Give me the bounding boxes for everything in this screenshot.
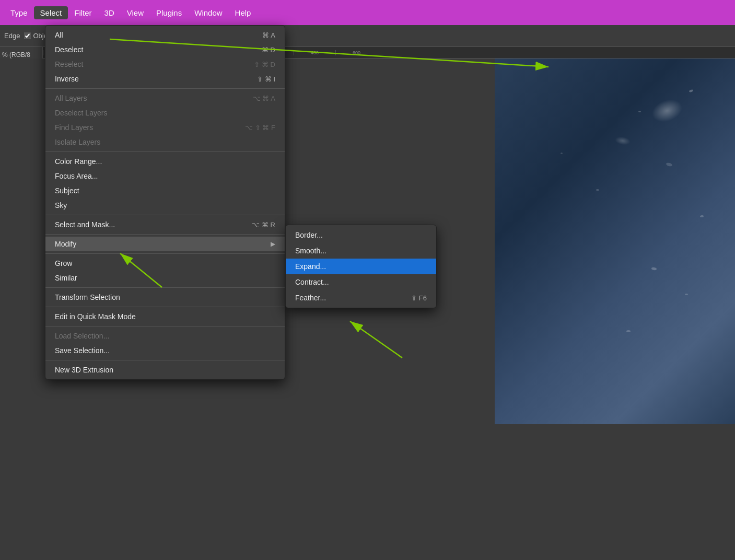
menu-item-deselect-shortcut: ⌘ D (262, 46, 275, 54)
separator-6 (45, 287, 285, 288)
menu-item-grow-label: Grow (55, 259, 72, 267)
menu-item-load-selection-label: Load Selection... (55, 332, 109, 340)
menu-item-deselect-layers: Deselect Layers (45, 106, 285, 120)
submenu-item-feather-label: Feather... (295, 294, 326, 302)
menu-item-modify[interactable]: Modify ▶ (45, 237, 285, 251)
menu-item-reselect-shortcut: ⇧ ⌘ D (254, 61, 275, 68)
menubar-item-select[interactable]: Select (34, 6, 68, 19)
menu-item-color-range-label: Color Range... (55, 157, 102, 166)
submenu-item-feather-shortcut: ⇧ F6 (411, 294, 427, 302)
menu-item-all-label: All (55, 31, 63, 39)
submenu-item-expand-label: Expand... (295, 262, 326, 271)
menu-item-all-layers-label: All Layers (55, 94, 87, 102)
menubar: Type Select Filter 3D View Plugins Windo… (0, 0, 735, 25)
menu-item-inverse-label: Inverse (55, 75, 79, 83)
menu-item-deselect-label: Deselect (55, 45, 83, 54)
menu-item-transform-selection-label: Transform Selection (55, 293, 120, 301)
separator-3 (45, 215, 285, 215)
menu-item-load-selection: Load Selection... (45, 329, 285, 343)
menubar-item-window[interactable]: Window (188, 6, 228, 19)
separator-4 (45, 234, 285, 235)
menu-item-sky-label: Sky (55, 201, 67, 209)
menu-item-select-and-mask-shortcut: ⌥ ⌘ R (252, 221, 275, 229)
menu-item-new-3d-extrusion[interactable]: New 3D Extrusion (45, 363, 285, 377)
menubar-item-view[interactable]: View (121, 6, 150, 19)
menu-item-similar-label: Similar (55, 274, 77, 282)
menu-item-isolate-layers-label: Isolate Layers (55, 138, 100, 146)
separator-1 (45, 88, 285, 89)
menu-item-find-layers-label: Find Layers (55, 123, 93, 132)
menu-item-all-layers-shortcut: ⌥ ⌘ A (253, 95, 275, 102)
menubar-item-type[interactable]: Type (4, 6, 34, 19)
menu-item-isolate-layers: Isolate Layers (45, 135, 285, 149)
menu-item-deselect-layers-label: Deselect Layers (55, 109, 107, 117)
menubar-item-filter[interactable]: Filter (68, 6, 98, 19)
menu-item-all-layers: All Layers ⌥ ⌘ A (45, 91, 285, 106)
ruler-tick-7: 600 (335, 50, 377, 55)
menu-item-sky[interactable]: Sky (45, 198, 285, 213)
menu-item-reselect: Reselect ⇧ ⌘ D (45, 57, 285, 72)
submenu-item-contract-label: Contract... (295, 278, 329, 286)
menu-item-modify-label: Modify (55, 240, 76, 248)
separator-9 (45, 360, 285, 360)
submenu-item-border-label: Border... (295, 231, 323, 239)
menu-item-all[interactable]: All ⌘ A (45, 28, 285, 42)
image-preview (495, 59, 735, 424)
separator-5 (45, 253, 285, 254)
menu-item-grow[interactable]: Grow (45, 256, 285, 271)
info-label: % (RGB/8 (2, 51, 30, 59)
menu-item-select-and-mask[interactable]: Select and Mask... ⌥ ⌘ R (45, 217, 285, 232)
menu-item-subject[interactable]: Subject (45, 183, 285, 198)
menubar-item-3d[interactable]: 3D (98, 6, 121, 19)
submenu-item-feather[interactable]: Feather... ⇧ F6 (286, 290, 436, 306)
menubar-item-plugins[interactable]: Plugins (150, 6, 188, 19)
separator-8 (45, 326, 285, 326)
submenu-item-smooth[interactable]: Smooth... (286, 243, 436, 259)
menu-item-new-3d-extrusion-label: New 3D Extrusion (55, 366, 113, 374)
menu-item-reselect-label: Reselect (55, 60, 83, 68)
ruler-tick-6: 400 (294, 50, 335, 55)
menu-item-color-range[interactable]: Color Range... (45, 154, 285, 169)
menu-item-edit-quick-mask-label: Edit in Quick Mask Mode (55, 312, 136, 321)
menu-item-modify-arrow: ▶ (271, 240, 275, 248)
menu-item-similar[interactable]: Similar (45, 271, 285, 285)
menubar-item-help[interactable]: Help (229, 6, 258, 19)
submenu-item-contract[interactable]: Contract... (286, 274, 436, 290)
object-subtract-checkbox[interactable] (24, 32, 31, 39)
edge-label: Edge (4, 32, 20, 40)
menu-item-focus-area-label: Focus Area... (55, 172, 98, 180)
menu-item-find-layers-shortcut: ⌥ ⇧ ⌘ F (245, 124, 275, 132)
menu-item-inverse[interactable]: Inverse ⇧ ⌘ I (45, 72, 285, 86)
menu-item-select-and-mask-label: Select and Mask... (55, 220, 115, 229)
submenu-item-smooth-label: Smooth... (295, 247, 326, 255)
submenu-item-expand[interactable]: Expand... (286, 259, 436, 274)
menu-item-transform-selection[interactable]: Transform Selection (45, 290, 285, 305)
modify-submenu: Border... Smooth... Expand... Contract..… (285, 225, 437, 308)
menu-item-subject-label: Subject (55, 186, 79, 195)
separator-7 (45, 307, 285, 307)
menu-item-edit-quick-mask[interactable]: Edit in Quick Mask Mode (45, 309, 285, 324)
menu-item-focus-area[interactable]: Focus Area... (45, 169, 285, 183)
menu-item-save-selection[interactable]: Save Selection... (45, 343, 285, 358)
submenu-item-border[interactable]: Border... (286, 227, 436, 243)
menu-item-all-shortcut: ⌘ A (262, 31, 275, 39)
menu-item-save-selection-label: Save Selection... (55, 346, 110, 355)
menu-item-inverse-shortcut: ⇧ ⌘ I (257, 75, 275, 83)
menu-item-deselect[interactable]: Deselect ⌘ D (45, 42, 285, 57)
select-menu: All ⌘ A Deselect ⌘ D Reselect ⇧ ⌘ D Inve… (45, 25, 285, 380)
separator-2 (45, 151, 285, 152)
menu-item-find-layers: Find Layers ⌥ ⇧ ⌘ F (45, 120, 285, 135)
